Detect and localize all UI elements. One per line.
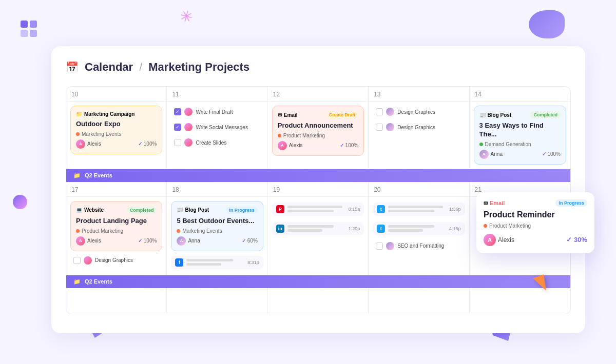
landing-title: Product Landing Page bbox=[76, 217, 157, 226]
card-type: Marketing Campaign bbox=[84, 111, 134, 117]
task-lines-tw2 bbox=[388, 225, 446, 232]
floating-badge: In Progress bbox=[555, 199, 587, 207]
cursor-arrow bbox=[535, 276, 547, 292]
assignee-name: Alexis bbox=[87, 141, 101, 147]
day-17-header: 17 bbox=[66, 182, 166, 197]
progress-3: ✓ 100% bbox=[542, 151, 561, 157]
checkbox-design-g[interactable] bbox=[73, 257, 81, 264]
tag-dot-5 bbox=[177, 229, 180, 233]
folder-icon-1: 📁 bbox=[73, 172, 81, 179]
floating-meta: Product Marketing bbox=[484, 223, 587, 229]
blog-type-2: Blog Post bbox=[185, 207, 209, 213]
card-tag: Marketing Events bbox=[82, 131, 121, 137]
day-12-header: 12 bbox=[268, 87, 368, 102]
email-icon: ✉ bbox=[278, 112, 282, 118]
assignee-2: Alexis bbox=[289, 143, 303, 148]
card-blog-outdoor[interactable]: 📰 Blog Post In Progress 5 Best Outdoor E… bbox=[171, 201, 263, 251]
avatar-design-g bbox=[84, 256, 92, 265]
empty-4 bbox=[369, 288, 469, 314]
page-title: Calendar bbox=[85, 60, 133, 74]
seo-text: SEO and Formatting bbox=[397, 243, 444, 249]
pinterest-icon: P bbox=[276, 205, 284, 213]
social-task-facebook[interactable]: f 8:31p bbox=[171, 256, 263, 269]
card-tag-5: Marketing Events bbox=[182, 228, 222, 234]
checklist-item-1[interactable]: ✓ Write Final Draft bbox=[171, 106, 263, 118]
avatar-anna: A bbox=[479, 150, 489, 159]
blog-icon-2: 📰 bbox=[177, 207, 183, 213]
floating-avatar: A bbox=[484, 234, 496, 246]
avatar-alexis-2: A bbox=[278, 141, 287, 150]
task-time-pin: 8:15a bbox=[349, 207, 360, 212]
day-12: 12 ✉ Email Create Draft Product Announce… bbox=[268, 87, 369, 169]
checkbox-seo[interactable] bbox=[376, 242, 383, 250]
card-product-announcement[interactable]: ✉ Email Create Draft Product Announcemen… bbox=[272, 106, 364, 156]
progress-4: ✓ 100% bbox=[138, 238, 157, 244]
task-text-1: Write Final Draft bbox=[196, 109, 233, 115]
card-outdoor-expo[interactable]: 📁 Marketing Campaign Outdoor Expo Market… bbox=[70, 106, 162, 154]
assignee-3: Anna bbox=[491, 151, 503, 157]
task-time-tw1: 1:36p bbox=[449, 207, 461, 212]
empty-week-row bbox=[66, 288, 570, 314]
checkbox-design-1[interactable] bbox=[376, 108, 383, 115]
q2-separator-2: 📁 Q2 Events bbox=[66, 275, 570, 288]
twitter-icon-1: t bbox=[377, 205, 385, 213]
floating-email-icon: ✉ bbox=[484, 200, 488, 206]
card-blog-post[interactable]: 📰 Blog Post Completed 3 Easy Ways to Fin… bbox=[474, 106, 566, 165]
floating-type: Email bbox=[490, 200, 505, 206]
badge-in-progress: In Progress bbox=[226, 207, 258, 214]
checklist-item-3[interactable]: Create Slides bbox=[171, 136, 263, 149]
assignee-5: Anna bbox=[188, 238, 200, 244]
task-seo[interactable]: SEO and Formatting bbox=[373, 240, 465, 252]
social-task-twitter-2[interactable]: t 4:15p bbox=[373, 222, 465, 235]
week1-row: 10 📁 Marketing Campaign Outdoor Expo bbox=[66, 87, 570, 169]
task-time-tw2: 4:15p bbox=[449, 226, 461, 231]
avatar-alexis-3: A bbox=[76, 236, 85, 246]
task-design-graphics[interactable]: Design Graphics bbox=[70, 254, 162, 267]
card-title-announcement: Product Announcement bbox=[278, 122, 358, 130]
checkbox-checked-1[interactable]: ✓ bbox=[174, 108, 181, 115]
floating-title: Product Reminder bbox=[484, 210, 587, 220]
social-task-pinterest[interactable]: P 8:15a bbox=[272, 203, 364, 216]
badge-create-draft: Create Draft bbox=[326, 111, 359, 118]
card-tag-2: Product Marketing bbox=[283, 133, 325, 138]
task-lines-fb bbox=[186, 259, 244, 266]
checkbox-unchecked-3[interactable] bbox=[174, 139, 181, 146]
card-product-landing[interactable]: 💻 Website Completed Product Landing Page… bbox=[70, 201, 162, 251]
day-19-header: 19 bbox=[268, 182, 368, 197]
task-design-2[interactable]: Design Graphics bbox=[373, 121, 465, 133]
tag-dot-2 bbox=[278, 134, 281, 137]
calendar-icon: 📅 bbox=[66, 61, 79, 73]
floating-tag-dot bbox=[484, 224, 487, 228]
assignee-4: Alexis bbox=[87, 238, 101, 244]
checkbox-checked-2[interactable]: ✓ bbox=[174, 124, 181, 131]
social-task-linkedin[interactable]: in 1:20p bbox=[272, 222, 364, 235]
design-graphics-text: Design Graphics bbox=[95, 257, 133, 263]
checklist-item-2[interactable]: ✓ Write Social Messages bbox=[171, 121, 263, 133]
task-lines-tw1 bbox=[388, 206, 446, 212]
day-11: 11 ✓ Write Final Draft ✓ Write Social Me… bbox=[167, 87, 267, 169]
day-18: 18 📰 Blog Post In Progress 5 Best Outdoo… bbox=[167, 182, 267, 275]
checkbox-design-2[interactable] bbox=[376, 124, 383, 131]
day-20-header: 20 bbox=[369, 182, 469, 197]
line-tw1-1 bbox=[388, 206, 443, 208]
task-design-1[interactable]: Design Graphics bbox=[373, 106, 465, 118]
tag-dot-3 bbox=[479, 143, 483, 146]
blob-top-right bbox=[529, 10, 565, 38]
floating-email-card[interactable]: ✉ Email In Progress Product Reminder Pro… bbox=[476, 192, 594, 253]
progress-value: ✓ 100% bbox=[138, 141, 157, 147]
star-decoration-top: ✳ bbox=[178, 6, 195, 27]
line-pin-2 bbox=[287, 210, 334, 212]
website-type: Website bbox=[84, 207, 104, 213]
q2-label-1: Q2 Events bbox=[85, 172, 112, 178]
check-avatar-1 bbox=[184, 108, 192, 116]
social-task-twitter-1[interactable]: t 1:36p bbox=[373, 203, 465, 216]
empty-1 bbox=[66, 288, 167, 314]
q2-separator-1: 📁 Q2 Events bbox=[66, 169, 570, 182]
logo bbox=[21, 21, 37, 37]
day-10-header: 10 bbox=[66, 87, 166, 102]
check-avatar-3 bbox=[184, 138, 192, 147]
day-14-header: 14 bbox=[470, 87, 570, 102]
day-19: 19 P 8:15a in bbox=[268, 182, 369, 275]
day-10: 10 📁 Marketing Campaign Outdoor Expo bbox=[66, 87, 167, 169]
q2-label-2: Q2 Events bbox=[85, 278, 112, 285]
